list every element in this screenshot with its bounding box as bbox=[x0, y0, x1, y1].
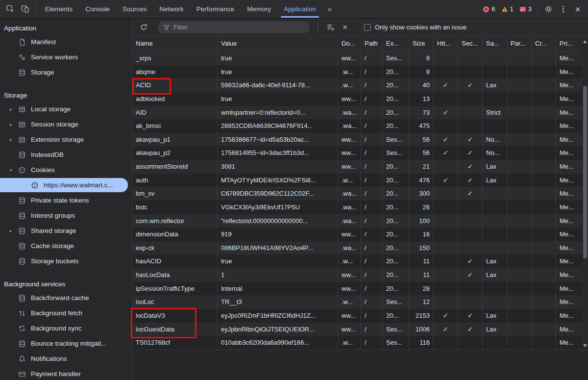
sidebar-item-cache-storage[interactable]: Cache storage bbox=[0, 238, 132, 253]
tab-application[interactable]: Application bbox=[277, 0, 322, 18]
sidebar-item-interest-groups[interactable]: Interest groups bbox=[0, 208, 132, 223]
settings-gear-icon[interactable] bbox=[541, 2, 556, 16]
sidebar-item-cookies[interactable]: ▾Cookies bbox=[0, 162, 132, 177]
cookie-row-abqme[interactable]: abqmetrue.w.../20...9Me... bbox=[132, 65, 582, 79]
sidebar-item-extension-storage[interactable]: ▸Extension storage bbox=[0, 132, 132, 147]
vertical-scrollbar[interactable] bbox=[582, 36, 588, 350]
column-header-cr[interactable]: Cr... bbox=[532, 36, 556, 51]
sidebar-item-label: Background sync bbox=[31, 325, 82, 332]
tab-performance[interactable]: Performance bbox=[190, 0, 241, 18]
cookie-row-hasacid[interactable]: hasACIDtrue.w.../20...11✓LaxMe... bbox=[132, 254, 582, 268]
warning-badge[interactable]: 1 bbox=[498, 5, 516, 13]
sidebar-item-bounce-tracking-mitigati[interactable]: Bounce tracking mitigati... bbox=[0, 336, 132, 351]
column-header-path[interactable]: Path bbox=[361, 36, 383, 51]
cell-name: auth bbox=[132, 174, 218, 187]
cookie-row-xrps[interactable]: _xrpstrueww.../Ses...9Me... bbox=[132, 51, 582, 65]
device-toolbar-icon[interactable] bbox=[18, 2, 32, 16]
cell-name: hasLocData bbox=[132, 268, 218, 282]
cookie-row-assortmentstoreid[interactable]: assortmentStoreId3081ww.../20...21✓LaxMe… bbox=[132, 160, 582, 174]
tab-memory[interactable]: Memory bbox=[241, 0, 277, 18]
column-header-do[interactable]: Do... bbox=[338, 36, 361, 51]
tab-console[interactable]: Console bbox=[79, 0, 116, 18]
sidebar-item-service-workers[interactable]: Service workers bbox=[0, 50, 132, 65]
column-header-par[interactable]: Par... bbox=[507, 36, 532, 51]
tab-elements[interactable]: Elements bbox=[39, 0, 79, 18]
chevron-right-icon[interactable]: ▸ bbox=[10, 122, 18, 127]
sidebar-item-back-forward-cache[interactable]: Back/forward cache bbox=[0, 290, 132, 305]
column-header-sa[interactable]: Sa... bbox=[483, 36, 507, 51]
column-header-htt[interactable]: Htt... bbox=[434, 36, 458, 51]
cookie-row-akavpau-p2[interactable]: akavpau_p21756814955~id=3dac3ff1b3d...ww… bbox=[132, 146, 582, 160]
chevron-right-icon[interactable]: ▸ bbox=[10, 137, 18, 142]
sidebar-item-shared-storage[interactable]: ▸Shared storage bbox=[0, 223, 132, 238]
sidebar-item-session-storage[interactable]: ▸Session storage bbox=[0, 117, 132, 132]
cookie-row-haslocdata[interactable]: hasLocData1ww.../20...11✓LaxMe... bbox=[132, 268, 582, 282]
refresh-icon[interactable] bbox=[136, 21, 151, 34]
sidebar-item-indexeddb[interactable]: IndexedDB bbox=[0, 147, 132, 162]
sidebar-item-payment-handler[interactable]: Payment handler bbox=[0, 366, 132, 380]
tab-network[interactable]: Network bbox=[153, 0, 190, 18]
cell-same-site bbox=[483, 65, 507, 79]
more-tabs-icon[interactable]: » bbox=[322, 4, 337, 14]
cookie-row-aid[interactable]: AIDwmlspartner=0:reflectorid=0....wa.../… bbox=[132, 106, 582, 120]
sidebar-item-local-storage[interactable]: ▸Local storage bbox=[0, 101, 132, 117]
error-badge[interactable]: 6 bbox=[480, 5, 498, 13]
sidebar-item-background-fetch[interactable]: Background fetch bbox=[0, 305, 132, 321]
filter-input[interactable]: Filter bbox=[158, 21, 310, 33]
scrollbar-thumb[interactable] bbox=[583, 86, 587, 258]
sidebar-item-label: Local storage bbox=[31, 105, 71, 113]
database-icon bbox=[18, 69, 26, 76]
cell-partition-key bbox=[507, 228, 532, 241]
cookie-row-auth[interactable]: authMTAyOTYyMDE4rISXO%2FSi8....w.../20..… bbox=[132, 174, 582, 187]
sidebar-item-storage-buckets[interactable]: Storage buckets bbox=[0, 253, 132, 269]
cookie-row-ak-bmsc[interactable]: ak_bmsc28852CDBA6639C94676F914....wa.../… bbox=[132, 119, 582, 133]
column-header-ex[interactable]: Ex... bbox=[383, 36, 409, 51]
inspect-element-icon[interactable] bbox=[3, 2, 18, 16]
column-header-pri[interactable]: Pri... bbox=[556, 36, 582, 51]
cookie-row-locdatav3[interactable]: locDataV3eyJpc0RlZmF1bHRlZCI6dHJ1Z...ww.… bbox=[132, 309, 582, 323]
sidebar-item-storage[interactable]: Storage bbox=[0, 65, 132, 80]
column-header-size[interactable]: Size bbox=[409, 36, 434, 51]
cookie-row-locguestdata[interactable]: locGuestDataeyJpbnRlbnQiOiJTSElQUElOR...… bbox=[132, 323, 582, 336]
cell-cross-site bbox=[532, 309, 556, 323]
sidebar-item-label: Cookies bbox=[31, 166, 55, 174]
sidebar-item-manifest[interactable]: Manifest bbox=[0, 34, 132, 50]
scroll-up-icon[interactable] bbox=[583, 40, 587, 43]
delete-all-cookies-icon[interactable]: × bbox=[338, 21, 352, 34]
database-icon bbox=[18, 227, 26, 235]
cookie-row-acid[interactable]: ACID59832a66-da6c-40ef-9114-78....w.../2… bbox=[132, 78, 582, 92]
cookie-row-adblocked[interactable]: adblockedtrueww.../20...13Me... bbox=[132, 92, 582, 106]
sidebar-item-https-www-walmart-c[interactable]: https://www.walmart.c... bbox=[0, 177, 132, 193]
clear-filter-list-icon[interactable] bbox=[323, 21, 338, 34]
tab-sources[interactable]: Sources bbox=[116, 0, 153, 18]
cookie-row-ipsessiontraffictype[interactable]: ipSessionTrafficTypeInternalww.../20...2… bbox=[132, 282, 582, 296]
cell-same-site bbox=[483, 51, 507, 65]
cell-http-only: ✓ bbox=[434, 133, 458, 147]
sidebar-item-notifications[interactable]: Notifications bbox=[0, 351, 132, 366]
chevron-down-icon[interactable]: ▾ bbox=[10, 168, 18, 173]
column-header-value[interactable]: Value bbox=[218, 36, 338, 51]
cookie-row-isoloc[interactable]: isoLocTR__t3.w.../Ses...12Me... bbox=[132, 295, 582, 309]
chevron-right-icon[interactable]: ▸ bbox=[10, 107, 18, 112]
chevron-right-icon[interactable]: ▸ bbox=[10, 228, 18, 233]
sidebar-item-private-state-tokens[interactable]: Private state tokens bbox=[0, 193, 132, 208]
sidebar-item-background-sync[interactable]: Background sync bbox=[0, 321, 132, 336]
cookie-row-bstc[interactable]: bstcVGkCX3fAy3i9EkvUf17P5U.wa.../20...26… bbox=[132, 201, 582, 214]
cookie-row-dimensiondata[interactable]: dimensionData919ww.../20...16Me... bbox=[132, 228, 582, 241]
scroll-down-icon[interactable] bbox=[583, 344, 587, 347]
cookie-row-akavpau-p1[interactable]: akavpau_p11756386677~id=d5a53b20ac...ww.… bbox=[132, 133, 582, 147]
column-header-sec[interactable]: Sec... bbox=[458, 36, 483, 51]
cookie-row-ts012768cf[interactable]: TS012768cf010abb3c6200da6a990ef166....w.… bbox=[132, 336, 582, 350]
kebab-menu-icon[interactable] bbox=[556, 2, 570, 16]
column-header-name[interactable]: Name bbox=[132, 36, 218, 51]
cell-priority: Me... bbox=[556, 295, 582, 309]
only-show-issues-checkbox[interactable] bbox=[364, 24, 371, 31]
cookie-row-exp-ck[interactable]: exp-ck086BP18UWH41A98YV2Ao4P....wa.../20… bbox=[132, 241, 582, 255]
cell-cross-site bbox=[532, 228, 556, 241]
cell-name: AID bbox=[132, 106, 218, 120]
cookie-row-bm-sv[interactable]: bm_svC6789DBC359D962C112C02F....wa.../20… bbox=[132, 187, 582, 201]
section-title: Storage bbox=[0, 90, 132, 101]
issues-badge[interactable]: 3 bbox=[516, 5, 535, 13]
close-devtools-icon[interactable]: × bbox=[570, 2, 585, 16]
cookie-row-com-wm-reflector[interactable]: com.wm.reflector"reflectorid:00000000000… bbox=[132, 214, 582, 228]
